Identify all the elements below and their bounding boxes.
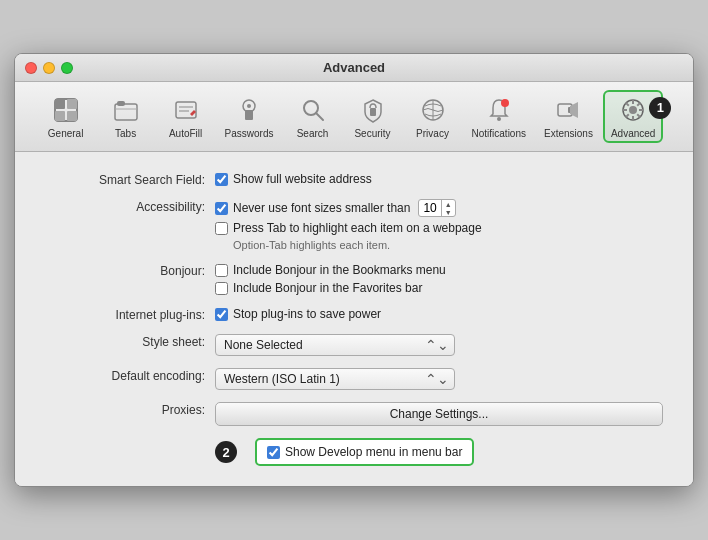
toolbar-item-privacy[interactable]: Privacy xyxy=(404,90,462,143)
develop-checkbox-container: Show Develop menu in menu bar xyxy=(255,438,474,466)
bonjour-row: Bonjour: Include Bonjour in the Bookmark… xyxy=(45,263,663,295)
security-icon xyxy=(357,94,389,126)
toolbar: General Tabs Auto xyxy=(15,82,693,152)
stop-plugins-checkbox[interactable] xyxy=(215,308,228,321)
svg-point-24 xyxy=(629,106,637,114)
accessibility-content: Never use font sizes smaller than 10 ▲ ▼… xyxy=(215,199,663,251)
style-sheet-select[interactable]: None Selected xyxy=(215,334,455,356)
style-sheet-content: None Selected ⌃⌄ xyxy=(215,334,663,356)
proxies-content: Change Settings... xyxy=(215,402,663,426)
privacy-label: Privacy xyxy=(416,128,449,139)
smart-search-content: Show full website address xyxy=(215,172,663,186)
font-size-checkbox[interactable] xyxy=(215,202,228,215)
svg-line-15 xyxy=(316,113,323,120)
smart-search-row: Smart Search Field: Show full website ad… xyxy=(45,172,663,187)
preferences-window: Advanced General xyxy=(14,53,694,487)
advanced-label: Advanced xyxy=(611,128,655,139)
extensions-icon xyxy=(552,94,584,126)
develop-menu-row: 2 Show Develop menu in menu bar xyxy=(45,438,663,466)
toolbar-item-general[interactable]: General xyxy=(37,90,95,143)
develop-menu-badge-row: 2 Show Develop menu in menu bar xyxy=(215,438,663,466)
svg-rect-12 xyxy=(245,110,253,120)
general-icon xyxy=(50,94,82,126)
svg-point-20 xyxy=(501,99,509,107)
bonjour-bookmarks-checkbox[interactable] xyxy=(215,264,228,277)
encoding-select[interactable]: Western (ISO Latin 1) xyxy=(215,368,455,390)
advanced-icon xyxy=(617,94,649,126)
svg-rect-8 xyxy=(176,102,196,118)
general-label: General xyxy=(48,128,84,139)
svg-point-19 xyxy=(497,117,501,121)
spinbox-down[interactable]: ▼ xyxy=(442,208,455,216)
develop-menu-checkbox[interactable] xyxy=(267,446,280,459)
toolbar-item-security[interactable]: Security xyxy=(344,90,402,143)
svg-line-29 xyxy=(626,103,629,106)
style-sheet-select-wrapper: None Selected ⌃⌄ xyxy=(215,334,455,356)
style-sheet-label: Style sheet: xyxy=(45,334,215,349)
smart-search-checkbox-row: Show full website address xyxy=(215,172,663,186)
tabs-icon xyxy=(110,94,142,126)
tab-highlight-checkbox[interactable] xyxy=(215,222,228,235)
tabs-label: Tabs xyxy=(115,128,136,139)
bonjour-favorites-row: Include Bonjour in the Favorites bar xyxy=(215,281,663,295)
spinbox-arrows: ▲ ▼ xyxy=(441,200,455,216)
extensions-label: Extensions xyxy=(544,128,593,139)
svg-line-30 xyxy=(637,114,640,117)
change-settings-button[interactable]: Change Settings... xyxy=(215,402,663,426)
font-size-row: Never use font sizes smaller than 10 ▲ ▼ xyxy=(215,199,663,217)
autofill-label: AutoFill xyxy=(169,128,202,139)
svg-line-31 xyxy=(637,103,640,106)
encoding-label: Default encoding: xyxy=(45,368,215,383)
bonjour-bookmarks-row: Include Bonjour in the Bookmarks menu xyxy=(215,263,663,277)
tab-highlight-row: Press Tab to highlight each item on a we… xyxy=(215,221,663,235)
encoding-row: Default encoding: Western (ISO Latin 1) … xyxy=(45,368,663,390)
develop-menu-empty-label xyxy=(45,438,215,439)
close-button[interactable] xyxy=(25,62,37,74)
font-size-spinbox[interactable]: 10 ▲ ▼ xyxy=(418,199,455,217)
settings-content: Smart Search Field: Show full website ad… xyxy=(15,152,693,486)
bonjour-label: Bonjour: xyxy=(45,263,215,278)
develop-menu-label: Show Develop menu in menu bar xyxy=(285,445,462,459)
svg-rect-5 xyxy=(115,104,137,120)
privacy-icon xyxy=(417,94,449,126)
zoom-button[interactable] xyxy=(61,62,73,74)
svg-rect-4 xyxy=(67,111,77,121)
bonjour-favorites-checkbox[interactable] xyxy=(215,282,228,295)
tab-highlight-label: Press Tab to highlight each item on a we… xyxy=(233,221,482,235)
toolbar-item-notifications[interactable]: Notifications xyxy=(464,90,534,143)
spinbox-up[interactable]: ▲ xyxy=(442,200,455,208)
badge-1: 1 xyxy=(649,97,671,119)
proxies-label: Proxies: xyxy=(45,402,215,417)
toolbar-item-search[interactable]: Search xyxy=(284,90,342,143)
toolbar-item-tabs[interactable]: Tabs xyxy=(97,90,155,143)
toolbar-item-autofill[interactable]: AutoFill xyxy=(157,90,215,143)
bonjour-bookmarks-label: Include Bonjour in the Bookmarks menu xyxy=(233,263,446,277)
proxies-row: Proxies: Change Settings... xyxy=(45,402,663,426)
svg-rect-2 xyxy=(67,99,77,109)
font-size-label: Never use font sizes smaller than xyxy=(233,201,410,215)
notifications-label: Notifications xyxy=(472,128,526,139)
notifications-icon xyxy=(483,94,515,126)
encoding-select-wrapper: Western (ISO Latin 1) ⌃⌄ xyxy=(215,368,455,390)
accessibility-label: Accessibility: xyxy=(45,199,215,214)
security-label: Security xyxy=(354,128,390,139)
stop-plugins-label: Stop plug-ins to save power xyxy=(233,307,381,321)
svg-line-32 xyxy=(626,114,629,117)
font-size-value: 10 xyxy=(419,201,440,215)
smart-search-checkbox[interactable] xyxy=(215,173,228,186)
svg-point-13 xyxy=(247,104,251,108)
internet-plugins-label: Internet plug-ins: xyxy=(45,307,215,322)
bonjour-favorites-label: Include Bonjour in the Favorites bar xyxy=(233,281,422,295)
svg-rect-3 xyxy=(55,111,65,121)
smart-search-label: Smart Search Field: xyxy=(45,172,215,187)
search-icon xyxy=(297,94,329,126)
svg-rect-16 xyxy=(370,108,376,116)
toolbar-item-extensions[interactable]: Extensions xyxy=(536,90,601,143)
bonjour-content: Include Bonjour in the Bookmarks menu In… xyxy=(215,263,663,295)
minimize-button[interactable] xyxy=(43,62,55,74)
badge-2: 2 xyxy=(215,441,237,463)
titlebar: Advanced xyxy=(15,54,693,82)
autofill-icon xyxy=(170,94,202,126)
traffic-lights xyxy=(25,62,73,74)
toolbar-item-passwords[interactable]: Passwords xyxy=(217,90,282,143)
